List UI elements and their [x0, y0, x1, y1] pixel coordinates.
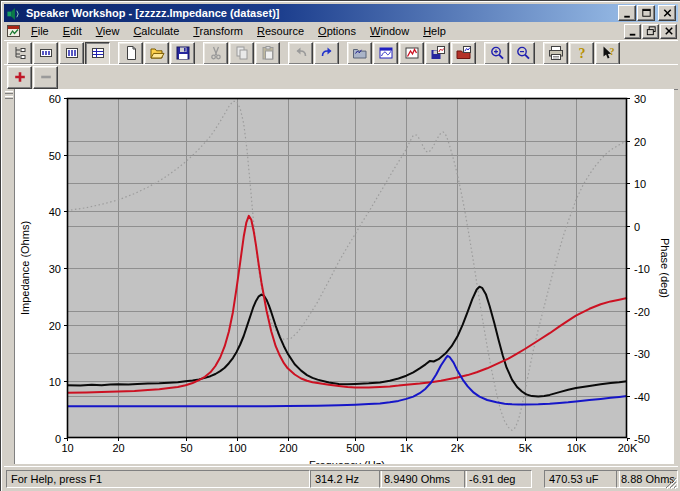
menu-item-window[interactable]: Window [363, 23, 416, 39]
maximize-button[interactable] [637, 5, 655, 21]
status-field-frequency: 314.2 Hz [310, 470, 382, 488]
menu-item-transform[interactable]: Transform [186, 23, 250, 39]
menu-item-help[interactable]: Help [416, 23, 453, 39]
toolbar-separator [196, 43, 203, 64]
menu-item-resource[interactable]: Resource [250, 23, 311, 39]
toolbar-button-save-file[interactable] [170, 42, 195, 65]
blank-a-icon [64, 69, 80, 85]
toolbar-button-view-list[interactable] [33, 42, 58, 65]
chart-line-icon [404, 45, 420, 61]
toolbar-button-cut [203, 42, 228, 65]
toolbar-button-redo[interactable] [314, 42, 339, 65]
add-point-icon [12, 69, 28, 85]
toolbar-button-export-chart[interactable] [451, 42, 476, 65]
open-file-icon [149, 45, 165, 61]
toolbar-button-zoom-out[interactable] [510, 42, 535, 65]
x-tick-label: 10K [567, 442, 587, 454]
menu-item-file[interactable]: File [24, 23, 56, 39]
menu-bar: FileEditViewCalculateTransformResourceOp… [4, 22, 678, 40]
impedance-tick-label: 40 [49, 206, 61, 218]
view-cells-icon [90, 45, 106, 61]
menu-item-view[interactable]: View [89, 23, 127, 39]
impedance-tick-label: 10 [49, 376, 61, 388]
resize-grip[interactable] [664, 475, 677, 488]
open-chart-icon [352, 45, 368, 61]
toolbar-button-print[interactable] [543, 42, 568, 65]
about-help-icon: ? [574, 45, 590, 61]
status-bar: For Help, press F1 314.2 Hz8.9490 Ohms-6… [4, 466, 678, 489]
x-tick-label: 2K [451, 442, 465, 454]
app-icon [6, 6, 22, 21]
window-controls [617, 5, 676, 21]
status-help-text: For Help, press F1 [6, 470, 310, 488]
x-tick-label: 1K [400, 442, 414, 454]
toolbar-button-tree-view[interactable] [7, 42, 32, 65]
mdi-doc-icon [6, 23, 22, 39]
x-tick-label: 100 [228, 442, 246, 454]
toolbar-button-context-help[interactable]: ? [595, 42, 620, 65]
mdi-restore-button[interactable] [642, 24, 659, 39]
toolbar-button-open-file[interactable] [144, 42, 169, 65]
x-tick-label: 10 [61, 442, 73, 454]
mdi-window-controls [623, 24, 677, 39]
export-chart-icon [456, 45, 472, 61]
impedance-phase-chart: 1020501002005001K2K5K10K20K0102030405060… [15, 89, 674, 464]
undo-icon [293, 45, 309, 61]
save-chart-icon [430, 45, 446, 61]
close-icon [663, 25, 675, 37]
x-tick-label: 50 [180, 442, 192, 454]
menu-item-edit[interactable]: Edit [56, 23, 89, 39]
app-window: Speaker Workshop - [zzzzz.Impedance (dat… [0, 0, 680, 491]
splitter-grip [5, 96, 13, 99]
x-tick-label: 20 [112, 442, 124, 454]
zoom-out-icon [515, 45, 531, 61]
close-button[interactable] [658, 5, 676, 21]
impedance-tick-label: 60 [49, 93, 61, 105]
x-tick-label: 200 [279, 442, 297, 454]
tree-view-icon [12, 45, 28, 61]
splitter-grip [5, 91, 13, 94]
redo-icon [319, 45, 335, 61]
view-list-icon [38, 45, 54, 61]
zoom-in-icon [489, 45, 505, 61]
mdi-close-button[interactable] [660, 24, 677, 39]
toolbar-button-add-point[interactable] [7, 66, 32, 89]
minimize-button[interactable] [618, 5, 636, 21]
toolbar-button-zoom-in[interactable] [484, 42, 509, 65]
phase-tick-label: 0 [634, 221, 640, 233]
svg-text:?: ? [578, 46, 585, 61]
panel-splitter[interactable] [4, 89, 15, 464]
impedance-tick-label: 30 [49, 263, 61, 275]
menu-item-calculate[interactable]: Calculate [126, 23, 186, 39]
phase-tick-label: -20 [634, 306, 650, 318]
toolbar-button-new-file[interactable] [118, 42, 143, 65]
toolbar-button-view-cells[interactable] [85, 42, 110, 65]
status-field-capacitance: 470.53 uF [544, 470, 620, 488]
main-toolbar: ?? [4, 40, 678, 65]
restore-icon [645, 25, 657, 37]
blank-b-icon [90, 69, 106, 85]
toolbar-button-remove-point [33, 66, 58, 89]
print-icon [548, 45, 564, 61]
phase-tick-label: -50 [634, 433, 650, 445]
toolbar-button-chart-line[interactable] [399, 42, 424, 65]
status-field-impedance: 8.9490 Ohms [379, 470, 467, 488]
toolbar-button-undo [288, 42, 313, 65]
toolbar-button-open-chart[interactable] [347, 42, 372, 65]
menu-item-options[interactable]: Options [311, 23, 363, 39]
minimize-icon [627, 25, 639, 37]
chart-document: 1020501002005001K2K5K10K20K0102030405060… [15, 89, 674, 464]
app-icon [6, 6, 22, 21]
toolbar-button-about-help[interactable]: ? [569, 42, 594, 65]
maximize-icon [640, 7, 653, 19]
toolbar-separator [340, 43, 347, 64]
impedance-tick-label: 50 [49, 150, 61, 162]
phase-tick-label: 30 [634, 93, 646, 105]
toolbar-separator [111, 43, 118, 64]
mdi-minimize-button[interactable] [624, 24, 641, 39]
toolbar-button-chart-window[interactable] [373, 42, 398, 65]
title-bar: Speaker Workshop - [zzzzz.Impedance (dat… [4, 4, 678, 22]
x-tick-label: 500 [346, 442, 364, 454]
toolbar-button-save-chart[interactable] [425, 42, 450, 65]
toolbar-button-view-details[interactable] [59, 42, 84, 65]
